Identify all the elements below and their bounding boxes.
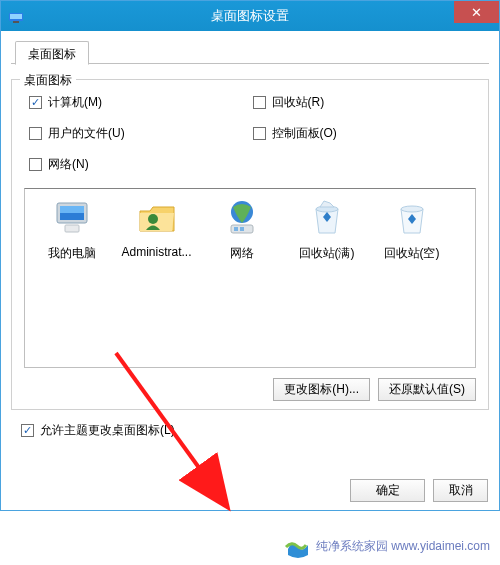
- icon-item-userfolder[interactable]: Administrat...: [114, 197, 199, 259]
- checkbox-box: [21, 424, 34, 437]
- watermark: 纯净系统家园 www.yidaimei.com: [284, 533, 490, 559]
- svg-point-7: [148, 214, 158, 224]
- icon-item-recycle-empty[interactable]: 回收站(空): [369, 197, 454, 262]
- checkbox-box: [29, 127, 42, 140]
- checkbox-box: [29, 96, 42, 109]
- cancel-button[interactable]: 取消: [433, 479, 488, 502]
- icon-item-network[interactable]: 网络: [199, 197, 284, 262]
- icon-label: 我的电脑: [29, 245, 114, 262]
- svg-rect-5: [60, 206, 84, 213]
- svg-rect-10: [234, 227, 238, 231]
- icon-label: Administrat...: [114, 245, 199, 259]
- close-button[interactable]: ✕: [454, 1, 499, 23]
- watermark-icon: [284, 533, 310, 559]
- content-area: 桌面图标 桌面图标 计算机(M) 回收站(R) 用户的文件(U): [1, 31, 499, 510]
- restore-default-button[interactable]: 还原默认值(S): [378, 378, 476, 401]
- svg-point-13: [401, 206, 423, 212]
- checkbox-label: 网络(N): [48, 156, 89, 173]
- checkbox-label: 允许主题更改桌面图标(L): [40, 422, 175, 439]
- userfolder-icon: [136, 197, 178, 239]
- svg-rect-2: [13, 21, 19, 23]
- icon-preview-panel: 我的电脑 Administrat... 网络: [24, 188, 476, 368]
- svg-rect-1: [10, 14, 22, 19]
- dialog-button-row: 确定 取消: [11, 479, 489, 502]
- watermark-text: 纯净系统家园 www.yidaimei.com: [316, 538, 490, 555]
- close-icon: ✕: [471, 5, 482, 20]
- app-icon: [7, 7, 25, 25]
- ok-button[interactable]: 确定: [350, 479, 425, 502]
- svg-rect-6: [65, 225, 79, 232]
- tab-strip: 桌面图标: [11, 39, 489, 64]
- icon-label: 网络: [199, 245, 284, 262]
- checkbox-label: 用户的文件(U): [48, 125, 125, 142]
- checkbox-box: [253, 127, 266, 140]
- icon-item-recycle-full[interactable]: 回收站(满): [284, 197, 369, 262]
- checkbox-label: 控制面板(O): [272, 125, 337, 142]
- window-title: 桌面图标设置: [211, 7, 289, 25]
- tab-desktop-icons[interactable]: 桌面图标: [15, 41, 89, 65]
- checkbox-grid: 计算机(M) 回收站(R) 用户的文件(U) 控制面板(O) 网络(N): [24, 94, 476, 173]
- recycle-full-icon: [306, 197, 348, 239]
- checkbox-computer[interactable]: 计算机(M): [29, 94, 253, 111]
- icon-label: 回收站(空): [369, 245, 454, 262]
- network-icon: [221, 197, 263, 239]
- checkbox-recycle[interactable]: 回收站(R): [253, 94, 477, 111]
- recycle-empty-icon: [391, 197, 433, 239]
- svg-rect-11: [240, 227, 244, 231]
- icon-label: 回收站(满): [284, 245, 369, 262]
- checkbox-allow-theme[interactable]: 允许主题更改桌面图标(L): [11, 422, 489, 439]
- change-icon-button[interactable]: 更改图标(H)...: [273, 378, 370, 401]
- checkbox-network[interactable]: 网络(N): [29, 156, 253, 173]
- checkbox-box: [253, 96, 266, 109]
- checkbox-control-panel[interactable]: 控制面板(O): [253, 125, 477, 142]
- dialog-window: 桌面图标设置 ✕ 桌面图标 桌面图标 计算机(M) 回收站(R) 用户的文件(U…: [0, 0, 500, 511]
- desktop-icons-group: 桌面图标 计算机(M) 回收站(R) 用户的文件(U) 控制面板(O): [11, 79, 489, 410]
- group-title: 桌面图标: [20, 72, 76, 89]
- checkbox-box: [29, 158, 42, 171]
- icon-button-row: 更改图标(H)... 还原默认值(S): [24, 378, 476, 401]
- checkbox-userfiles[interactable]: 用户的文件(U): [29, 125, 253, 142]
- icon-item-computer[interactable]: 我的电脑: [29, 197, 114, 262]
- checkbox-label: 计算机(M): [48, 94, 102, 111]
- computer-icon: [51, 197, 93, 239]
- checkbox-label: 回收站(R): [272, 94, 325, 111]
- titlebar: 桌面图标设置 ✕: [1, 1, 499, 31]
